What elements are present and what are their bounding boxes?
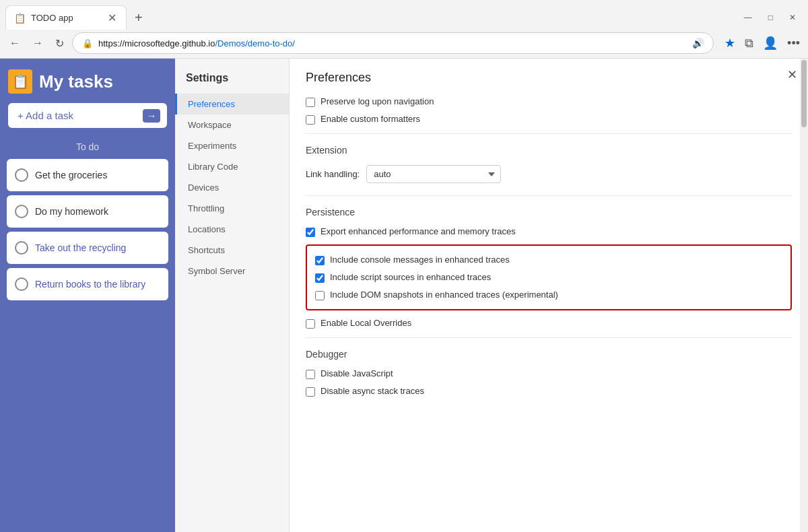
- todo-list: Get the groceries Do my homework Take ou…: [0, 156, 175, 307]
- list-item[interactable]: Return books to the library: [7, 268, 168, 300]
- more-button[interactable]: •••: [784, 34, 803, 53]
- address-url: https://microsoftedge.github.io/Demos/de…: [98, 38, 687, 48]
- forward-button[interactable]: →: [28, 34, 47, 52]
- tab-bar: 📋 TODO app ✕ + — □ ✕: [0, 0, 808, 30]
- sidebar-item-symbol-server[interactable]: Symbol Server: [175, 261, 289, 281]
- console-messages-label: Include console messages in enhanced tra…: [330, 255, 510, 265]
- task-text: Take out the recycling: [35, 242, 126, 254]
- add-task-label: + Add a task: [18, 110, 73, 121]
- todo-header: 📋 My tasks: [0, 59, 175, 103]
- address-bar[interactable]: 🔒 https://microsoftedge.github.io/Demos/…: [72, 32, 714, 54]
- preserve-log-label: Preserve log upon navigation: [321, 96, 434, 106]
- active-tab[interactable]: 📋 TODO app ✕: [5, 5, 127, 30]
- add-task-arrow-icon: →: [143, 109, 160, 123]
- dom-snapshots-checkbox[interactable]: [315, 291, 325, 300]
- link-handling-row: Link handling: auto Open in Edge Open in…: [306, 161, 792, 190]
- console-messages-checkbox[interactable]: [315, 256, 325, 265]
- settings-container: Settings Preferences Workspace Experimen…: [175, 59, 808, 532]
- checkbox-row-local-overrides: Enable Local Overrides: [306, 314, 792, 332]
- settings-close-button[interactable]: ✕: [784, 67, 800, 83]
- checkbox-row-disable-js: Disable JavaScript: [306, 365, 792, 383]
- checkbox-row-custom-formatters: Enable custom formatters: [306, 110, 792, 128]
- settings-title: Settings: [175, 65, 289, 94]
- disable-js-label: Disable JavaScript: [321, 368, 393, 378]
- persistence-heading: Persistence: [306, 207, 792, 218]
- list-item[interactable]: Take out the recycling: [7, 232, 168, 264]
- toolbar-icons: ★ ⧉ 👤 •••: [722, 33, 803, 53]
- todo-section-label: To do: [0, 136, 175, 156]
- task-checkbox[interactable]: [15, 205, 28, 218]
- task-text: Do my homework: [35, 205, 108, 218]
- add-task-row: + Add a task →: [0, 103, 175, 136]
- read-aloud-icon: 🔊: [692, 38, 704, 48]
- tab-favicon: 📋: [14, 13, 26, 24]
- tab-title: TODO app: [31, 13, 100, 23]
- profile-button[interactable]: 👤: [760, 33, 780, 53]
- task-checkbox[interactable]: [15, 277, 28, 291]
- export-traces-checkbox[interactable]: [306, 228, 315, 237]
- sidebar-item-shortcuts[interactable]: Shortcuts: [175, 240, 289, 261]
- add-task-button[interactable]: + Add a task →: [8, 103, 167, 128]
- checkbox-row-export-traces: Export enhanced performance and memory t…: [306, 223, 792, 240]
- window-controls: — □ ✕: [737, 10, 803, 25]
- settings-content: ✕ Preferences Preserve log upon navigati…: [290, 59, 808, 532]
- back-button[interactable]: ←: [5, 34, 24, 52]
- settings-content-inner: Preferences Preserve log upon navigation…: [306, 59, 792, 400]
- sidebar-item-library-code[interactable]: Library Code: [175, 156, 289, 177]
- divider: [306, 337, 792, 338]
- todo-app-icon: 📋: [8, 69, 32, 94]
- checkbox-row-dom-snapshots: Include DOM snapshots in enhanced traces…: [315, 286, 782, 304]
- address-bar-row: ← → ↻ 🔒 https://microsoftedge.github.io/…: [0, 30, 808, 58]
- sidebar-item-throttling[interactable]: Throttling: [175, 198, 289, 219]
- script-sources-label: Include script sources in enhanced trace…: [330, 272, 491, 282]
- local-overrides-checkbox[interactable]: [306, 319, 315, 329]
- task-checkbox[interactable]: [15, 168, 28, 182]
- task-checkbox[interactable]: [15, 241, 28, 255]
- dom-snapshots-label: Include DOM snapshots in enhanced traces…: [330, 290, 558, 300]
- todo-sidebar: 📋 My tasks + Add a task → To do Get the …: [0, 59, 175, 532]
- preferences-title: Preferences: [306, 59, 792, 93]
- devtools-panel: Settings Preferences Workspace Experimen…: [175, 59, 808, 532]
- scrollbar-thumb: [801, 60, 807, 127]
- collections-button[interactable]: ⧉: [742, 34, 756, 53]
- sidebar-item-locations[interactable]: Locations: [175, 219, 289, 240]
- disable-js-checkbox[interactable]: [306, 370, 315, 379]
- checkbox-row-disable-async: Disable async stack traces: [306, 383, 792, 400]
- maximize-button[interactable]: □: [762, 10, 780, 25]
- divider: [306, 133, 792, 134]
- sidebar-item-preferences[interactable]: Preferences: [175, 94, 289, 114]
- browser-chrome: 📋 TODO app ✕ + — □ ✕ ← → ↻ 🔒 https://mic…: [0, 0, 808, 58]
- divider: [306, 195, 792, 196]
- custom-formatters-label: Enable custom formatters: [321, 114, 420, 124]
- local-overrides-label: Enable Local Overrides: [321, 318, 411, 328]
- favorites-button[interactable]: ★: [722, 33, 738, 53]
- disable-async-label: Disable async stack traces: [321, 386, 424, 396]
- custom-formatters-checkbox[interactable]: [306, 115, 315, 125]
- disable-async-checkbox[interactable]: [306, 387, 315, 397]
- link-handling-label: Link handling:: [306, 169, 360, 179]
- refresh-button[interactable]: ↻: [51, 34, 68, 53]
- script-sources-checkbox[interactable]: [315, 273, 325, 283]
- scrollbar[interactable]: [800, 59, 808, 532]
- sidebar-item-workspace[interactable]: Workspace: [175, 114, 289, 135]
- checkbox-row-script-sources: Include script sources in enhanced trace…: [315, 269, 782, 286]
- todo-app-title: My tasks: [39, 71, 113, 92]
- sidebar-item-experiments[interactable]: Experiments: [175, 135, 289, 156]
- checkbox-row-console-messages: Include console messages in enhanced tra…: [315, 251, 782, 269]
- main-content: 📋 My tasks + Add a task → To do Get the …: [0, 58, 808, 532]
- task-text: Get the groceries: [35, 169, 107, 181]
- settings-sidebar: Settings Preferences Workspace Experimen…: [175, 59, 290, 532]
- debugger-heading: Debugger: [306, 349, 792, 360]
- new-tab-button[interactable]: +: [129, 7, 148, 28]
- link-handling-select[interactable]: auto Open in Edge Open in VS Code: [366, 165, 501, 183]
- list-item[interactable]: Get the groceries: [7, 159, 168, 191]
- tab-close-button[interactable]: ✕: [106, 12, 118, 24]
- export-traces-label: Export enhanced performance and memory t…: [321, 226, 516, 236]
- sidebar-item-devices[interactable]: Devices: [175, 177, 289, 198]
- preserve-log-checkbox[interactable]: [306, 98, 315, 107]
- extension-heading: Extension: [306, 145, 792, 156]
- task-text: Return books to the library: [35, 278, 145, 290]
- close-button[interactable]: ✕: [782, 10, 803, 25]
- list-item[interactable]: Do my homework: [7, 195, 168, 228]
- minimize-button[interactable]: —: [737, 10, 759, 25]
